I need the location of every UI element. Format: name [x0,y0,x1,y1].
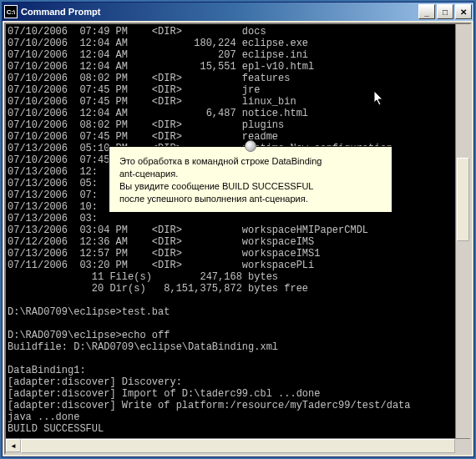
maximize-button[interactable]: □ [437,4,453,19]
terminal-container: 07/10/2006 07:49 PM <DIR> docs 07/10/200… [4,23,472,455]
close-button[interactable]: ✕ [455,4,472,19]
help-tooltip: Это обработка в командной строке DataBin… [109,146,392,213]
tooltip-line: Вы увидите сообщение BUILD SUCCESSFUL [119,180,382,193]
horizontal-scrollbar[interactable]: ◄ ► [6,438,470,453]
horizontal-scroll-track[interactable] [21,439,440,453]
scroll-corner [455,439,470,452]
vertical-scroll-thumb[interactable] [457,158,469,241]
vertical-scrollbar[interactable] [455,24,470,438]
terminal-output[interactable]: 07/10/2006 07:49 PM <DIR> docs 07/10/200… [6,24,470,453]
tooltip-line: Это обработка в командной строке DataBin… [119,155,382,168]
command-prompt-window: C:\ Command Prompt _ □ ✕ 07/10/2006 07:4… [2,2,474,457]
minimize-button[interactable]: _ [418,4,435,19]
pushpin-icon [245,140,256,152]
window-title: Command Prompt [21,7,418,17]
tooltip-line: после успешного выполнения ant-сценария. [119,193,382,205]
tooltip-line: ant-сценария. [119,168,382,180]
app-icon: C:\ [4,5,18,18]
scroll-left-button[interactable]: ◄ [6,439,21,452]
titlebar[interactable]: C:\ Command Prompt _ □ ✕ [3,3,473,21]
horizontal-scroll-thumb[interactable] [21,439,455,453]
window-controls: _ □ ✕ [418,4,472,19]
